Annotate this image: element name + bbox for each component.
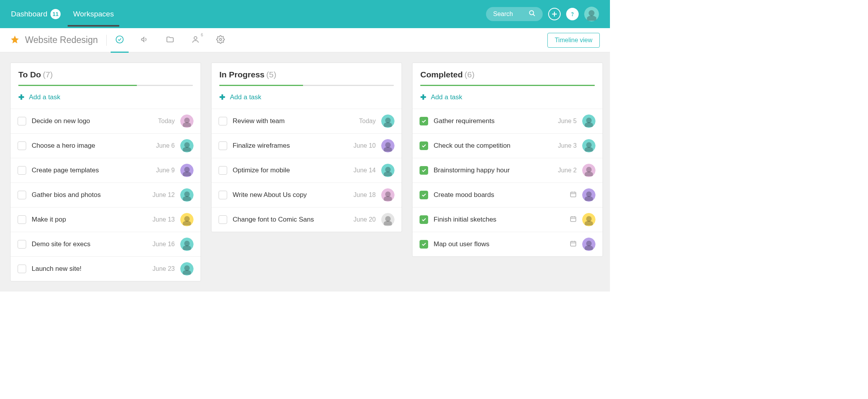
task-row[interactable]: Make it popJune 13 bbox=[11, 208, 201, 232]
nav-workspaces[interactable]: Workspaces bbox=[73, 2, 114, 27]
assignee-avatar[interactable] bbox=[582, 139, 595, 152]
task-checkbox[interactable] bbox=[420, 215, 428, 224]
assignee-avatar[interactable] bbox=[180, 213, 194, 226]
task-row[interactable]: Gather bios and photosJune 12 bbox=[11, 183, 201, 208]
calendar-icon bbox=[570, 191, 577, 199]
task-row[interactable]: Change font to Comic SansJune 20 bbox=[212, 208, 402, 232]
task-title: Review with team bbox=[233, 117, 353, 125]
task-row[interactable]: Gather requirementsJune 5 bbox=[412, 109, 603, 134]
files-icon[interactable] bbox=[165, 28, 175, 52]
announcements-icon[interactable] bbox=[140, 28, 149, 52]
task-checkbox[interactable] bbox=[18, 215, 26, 224]
task-row[interactable]: Create mood boards bbox=[412, 183, 603, 208]
assignee-avatar[interactable] bbox=[180, 188, 194, 202]
add-task-button[interactable]: ✚Add a task bbox=[412, 86, 603, 109]
assignee-avatar[interactable] bbox=[180, 115, 194, 128]
task-row[interactable]: Choose a hero imageJune 6 bbox=[11, 134, 201, 158]
nav-dashboard[interactable]: Dashboard 11 bbox=[11, 1, 61, 27]
nav-dashboard-label: Dashboard bbox=[11, 10, 47, 18]
task-row[interactable]: Review with teamToday bbox=[212, 109, 402, 134]
assignee-avatar[interactable] bbox=[582, 188, 595, 202]
task-checkbox[interactable] bbox=[18, 166, 26, 175]
task-date: June 9 bbox=[156, 167, 175, 174]
task-checkbox[interactable] bbox=[420, 166, 428, 175]
task-title: Write new About Us copy bbox=[233, 191, 348, 199]
task-title: Create mood boards bbox=[434, 191, 564, 199]
assignee-avatar[interactable] bbox=[180, 238, 194, 251]
task-checkbox[interactable] bbox=[420, 240, 428, 249]
task-checkbox[interactable] bbox=[219, 215, 227, 224]
task-row[interactable]: Check out the competitionJune 3 bbox=[412, 134, 603, 158]
assignee-avatar[interactable] bbox=[381, 139, 395, 152]
task-row[interactable]: Write new About Us copyJune 18 bbox=[212, 183, 402, 208]
task-date: June 13 bbox=[152, 216, 175, 223]
kanban-column: To Do (7)✚Add a taskDecide on new logoTo… bbox=[10, 63, 201, 281]
task-checkbox[interactable] bbox=[18, 265, 26, 273]
people-icon[interactable]: 6 bbox=[191, 28, 200, 52]
kanban-column: In Progress (5)✚Add a taskReview with te… bbox=[211, 63, 402, 232]
assignee-avatar[interactable] bbox=[180, 164, 194, 177]
add-task-button[interactable]: ✚Add a task bbox=[11, 86, 201, 109]
add-button[interactable] bbox=[548, 8, 561, 20]
task-title: Launch new site! bbox=[32, 265, 147, 273]
progress-bar bbox=[18, 85, 193, 86]
task-checkbox[interactable] bbox=[420, 191, 428, 199]
task-row[interactable]: Create page templatesJune 9 bbox=[11, 158, 201, 183]
nav-right: Search bbox=[486, 7, 599, 21]
assignee-avatar[interactable] bbox=[582, 213, 595, 226]
timeline-view-button[interactable]: Timeline view bbox=[547, 33, 600, 48]
task-checkbox[interactable] bbox=[420, 141, 428, 150]
progress-bar bbox=[420, 85, 595, 86]
task-checkbox[interactable] bbox=[219, 191, 227, 199]
task-row[interactable]: Brainstorming happy hourJune 2 bbox=[412, 158, 603, 183]
task-date: June 23 bbox=[152, 265, 175, 272]
task-checkbox[interactable] bbox=[219, 166, 227, 175]
task-checkbox[interactable] bbox=[18, 117, 26, 125]
task-date: June 5 bbox=[558, 118, 577, 125]
progress-fill bbox=[219, 85, 303, 86]
assignee-avatar[interactable] bbox=[381, 213, 395, 226]
task-row[interactable]: Finalize wireframesJune 10 bbox=[212, 134, 402, 158]
task-checkbox[interactable] bbox=[219, 117, 227, 125]
assignee-avatar[interactable] bbox=[582, 164, 595, 177]
assignee-avatar[interactable] bbox=[180, 139, 194, 152]
kanban-board: To Do (7)✚Add a taskDecide on new logoTo… bbox=[0, 52, 610, 292]
search-input[interactable]: Search bbox=[486, 7, 543, 21]
column-header: To Do (7) bbox=[11, 63, 201, 86]
task-checkbox[interactable] bbox=[18, 141, 26, 150]
tasks-icon[interactable] bbox=[115, 28, 124, 52]
svg-rect-16 bbox=[570, 242, 576, 246]
add-task-button[interactable]: ✚Add a task bbox=[212, 86, 402, 109]
task-row[interactable]: Decide on new logoToday bbox=[11, 109, 201, 134]
assignee-avatar[interactable] bbox=[582, 115, 595, 128]
assignee-avatar[interactable] bbox=[381, 115, 395, 128]
svg-line-1 bbox=[533, 14, 535, 16]
task-row[interactable]: Launch new site!June 23 bbox=[11, 257, 201, 281]
task-checkbox[interactable] bbox=[18, 191, 26, 199]
task-row[interactable]: Optimize for mobileJune 14 bbox=[212, 158, 402, 183]
star-icon[interactable] bbox=[10, 35, 20, 46]
task-checkbox[interactable] bbox=[18, 240, 26, 249]
column-title: To Do bbox=[18, 70, 41, 79]
task-date: June 2 bbox=[558, 167, 577, 174]
settings-icon[interactable] bbox=[216, 28, 225, 52]
column-count: (5) bbox=[266, 70, 276, 79]
task-checkbox[interactable] bbox=[420, 117, 428, 125]
calendar-icon bbox=[570, 240, 577, 249]
task-date: June 20 bbox=[353, 216, 376, 223]
task-checkbox[interactable] bbox=[219, 141, 227, 150]
task-title: Brainstorming happy hour bbox=[434, 166, 552, 174]
assignee-avatar[interactable] bbox=[180, 262, 194, 276]
user-avatar[interactable] bbox=[584, 7, 599, 21]
plus-icon: ✚ bbox=[18, 93, 24, 102]
help-button[interactable] bbox=[566, 8, 579, 20]
task-row[interactable]: Map out user flows bbox=[412, 232, 603, 256]
assignee-avatar[interactable] bbox=[381, 188, 395, 202]
column-title: In Progress bbox=[219, 70, 265, 79]
task-row[interactable]: Finish initial sketches bbox=[412, 208, 603, 232]
assignee-avatar[interactable] bbox=[381, 164, 395, 177]
task-title: Map out user flows bbox=[434, 240, 564, 248]
progress-bar bbox=[219, 85, 394, 86]
task-row[interactable]: Demo site for execsJune 16 bbox=[11, 232, 201, 257]
assignee-avatar[interactable] bbox=[582, 238, 595, 251]
